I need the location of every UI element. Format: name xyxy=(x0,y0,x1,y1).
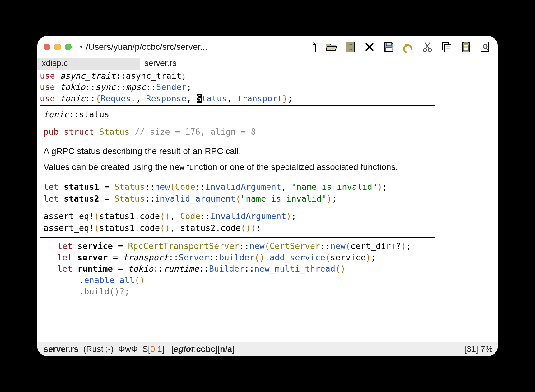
code-below: let service = RpcCertTransportServer::ne… xyxy=(40,240,498,297)
doc-example: assert_eq!(status1.code(), Code::Invalid… xyxy=(44,210,432,222)
minimize-icon[interactable] xyxy=(54,44,61,50)
tab-label: xdisp.c xyxy=(42,58,68,68)
paste-icon[interactable] xyxy=(460,41,472,53)
code-line: use tokio::sync::mpsc::Sender; xyxy=(40,82,498,93)
tab-bar: xdisp.c server.rs xyxy=(37,58,498,70)
code-line: let service = RpcCertTransportServer::ne… xyxy=(57,240,498,252)
tab-server[interactable]: server.rs xyxy=(140,58,181,70)
new-file-icon[interactable] xyxy=(305,41,318,53)
window-title: /Users/yuan/p/ccbc/src/server... xyxy=(86,42,207,52)
modeline-mode: (Rust ;-) xyxy=(83,344,114,354)
doc-text: Values can be created using the new func… xyxy=(44,161,432,173)
tab-label: server.rs xyxy=(144,58,177,68)
svg-rect-15 xyxy=(463,45,468,51)
doc-path: tonic::status xyxy=(44,109,432,120)
code-line: use tonic::{Request, Response, Status, t… xyxy=(40,93,498,104)
modeline-pos: [31] 7% xyxy=(464,344,493,354)
hover-doc-popup: tonic::status pub struct Status // size … xyxy=(40,105,435,238)
modeline-status: ΦwΦ xyxy=(118,344,138,354)
open-folder-icon[interactable] xyxy=(325,41,337,53)
cut-icon[interactable] xyxy=(421,41,434,53)
tab-xdisp[interactable]: xdisp.c xyxy=(37,58,140,70)
svg-rect-4 xyxy=(386,43,391,46)
doc-example: assert_eq!(status1.code(), status2.code(… xyxy=(44,222,432,234)
undo-icon[interactable] xyxy=(402,41,414,53)
find-icon[interactable] xyxy=(479,41,491,53)
doc-text: A gRPC status describing the result of a… xyxy=(44,145,432,157)
doc-example: let status1 = Status::new(Code::InvalidA… xyxy=(44,181,432,193)
svg-point-7 xyxy=(428,49,431,52)
code-line: .enable_all() xyxy=(57,275,498,286)
save-icon[interactable] xyxy=(383,41,395,53)
zoom-icon[interactable] xyxy=(65,44,72,50)
code-line: .build()?; xyxy=(57,286,498,297)
cursor: S xyxy=(197,94,202,103)
modeline-file: server.rs xyxy=(44,344,79,354)
doc-signature: pub struct Status // size = 176, align =… xyxy=(44,126,432,138)
modeline-diag: S[0 1] xyxy=(142,344,165,354)
toolbar xyxy=(305,41,491,53)
close-x-icon[interactable] xyxy=(363,41,376,53)
editor-area[interactable]: use async_trait::async_trait; use tokio:… xyxy=(37,70,498,342)
code-line: let runtime = tokio::runtime::Builder::n… xyxy=(57,263,498,274)
svg-rect-3 xyxy=(349,49,351,50)
doc-example: let status2 = Status::invalid_argument("… xyxy=(44,193,432,205)
svg-rect-2 xyxy=(349,44,351,45)
emacs-window: ⍿ /Users/yuan/p/ccbc/src/server... xyxy=(37,36,498,356)
modeline-na: [n/a] xyxy=(217,344,234,354)
traffic-lights xyxy=(44,44,72,50)
svg-rect-14 xyxy=(464,42,468,44)
titlebar: ⍿ /Users/yuan/p/ccbc/src/server... xyxy=(37,36,498,58)
modeline-eglot: [eglot:ccbc] xyxy=(171,344,218,354)
code-line: let server = transport::Server::builder(… xyxy=(57,252,498,263)
drawer-icon[interactable] xyxy=(344,41,356,53)
copy-icon[interactable] xyxy=(440,41,453,53)
vc-icon: ⍿ xyxy=(79,42,83,51)
svg-point-6 xyxy=(423,49,426,52)
close-icon[interactable] xyxy=(44,44,50,50)
code-line: use async_trait::async_trait; xyxy=(40,70,498,82)
svg-rect-5 xyxy=(386,48,392,51)
modeline: server.rs (Rust ;-) ΦwΦ S[0 1] [eglot:cc… xyxy=(37,342,498,356)
